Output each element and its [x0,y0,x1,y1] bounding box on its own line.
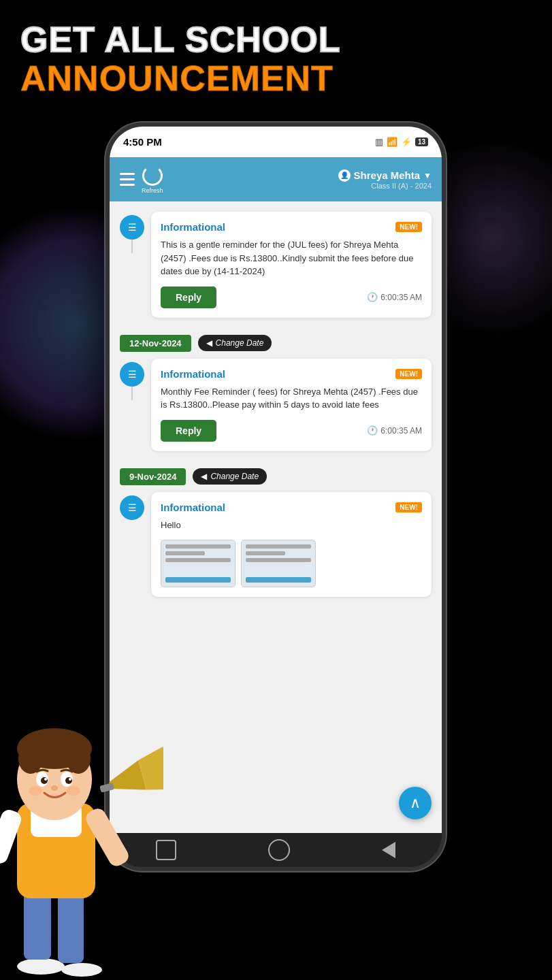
user-avatar-icon: 👤 [338,169,351,182]
time-value-1: 6:00:35 AM [380,293,422,302]
character-figure [0,653,163,980]
card-type-3: Informational [161,502,225,513]
class-info-label: Class II (A) - 2024 [371,182,432,190]
reply-button-1[interactable]: Reply [161,287,216,308]
svg-point-14 [41,777,48,784]
svg-point-10 [18,744,43,774]
battery-icon: 13 [415,137,428,146]
thumbnail-2 [241,540,316,587]
message-content-2: Informational NEW! Monthly Fee Reminder … [151,359,432,461]
timeline-dot-2: ☰ [120,362,144,387]
card-body-1: This is a gentle reminder for the (JUL f… [161,238,422,278]
svg-rect-2 [24,892,51,960]
svg-point-17 [69,778,71,781]
card-header-3: Informational NEW! [161,502,422,513]
date-separator-2: 12-Nov-2024 Change Date [120,335,432,352]
header-right-group: 👤 Shreya Mehta ▼ Class II (A) - 2024 [338,169,432,190]
status-bar: 4:50 PM ▥ 📶 ⚡ 13 [110,127,442,157]
card-body-2: Monthly Fee Reminder ( fees) for Shreya … [161,385,422,412]
dropdown-arrow-icon: ▼ [423,171,432,180]
date-badge-3: 9-Nov-2024 [120,468,186,485]
refresh-icon [142,165,163,186]
timeline-dot-3: ☰ [120,495,144,520]
clock-icon-2: 🕐 [367,425,378,436]
hamburger-menu-button[interactable] [120,173,135,186]
thumbnail-row [161,540,422,587]
message-card-3: Informational NEW! Hello [151,492,432,598]
timestamp-2: 🕐 6:00:35 AM [367,425,422,436]
status-icons: ▥ 📶 ⚡ 13 [375,137,428,147]
svg-point-19 [29,786,42,796]
message-dot-icon-2: ☰ [128,369,137,380]
svg-point-16 [44,778,47,781]
change-date-button-2[interactable]: Change Date [198,335,272,351]
header-line1: GET ALL SCHOOL [20,20,532,59]
svg-rect-3 [58,892,84,963]
header-line2: ANNOUNCEMENT [20,59,532,98]
date-separator-3: 9-Nov-2024 Change Date [120,468,432,485]
thumbnail-1 [161,540,236,587]
svg-point-1 [61,963,102,977]
card-footer-1: Reply 🕐 6:00:35 AM [161,287,422,308]
scroll-up-icon: ∧ [410,796,421,811]
card-type-1: Informational [161,221,225,233]
card-header-1: Informational NEW! [161,221,422,233]
svg-point-11 [66,744,91,774]
refresh-label: Refresh [142,187,163,194]
nav-back-button[interactable] [382,842,395,858]
message-dot-icon-1: ☰ [128,222,137,233]
wifi-bars-icon: ⚡ [401,137,412,147]
page-header: GET ALL SCHOOL ANNOUNCEMENT [20,20,532,98]
header-left-group: Refresh [120,165,163,194]
card-body-3: Hello [161,519,422,532]
clock-icon-1: 🕐 [367,292,378,302]
user-name-label: Shreya Mehta [354,169,421,181]
message-dot-icon-3: ☰ [128,502,137,513]
message-content-3: Informational NEW! Hello [151,492,432,608]
card-type-2: Informational [161,368,225,380]
timeline-col-2: ☰ [120,359,144,400]
signal-icon: ▥ [375,137,383,147]
wifi-icon: 📶 [387,137,397,147]
message-row-2: ☰ Informational NEW! Monthly Fee Reminde… [120,359,432,461]
message-row-3: ☰ Informational NEW! Hello [120,492,432,608]
svg-point-18 [51,785,58,791]
timeline-col-3: ☰ [120,492,144,520]
reply-button-2[interactable]: Reply [161,420,216,442]
message-content-1: Informational NEW! This is a gentle remi… [151,212,432,328]
svg-rect-21 [99,783,114,793]
nav-home-button[interactable] [268,839,290,861]
svg-point-0 [17,958,65,975]
timeline-line-1 [131,240,133,253]
svg-point-15 [65,777,72,784]
svg-point-20 [67,786,80,796]
change-date-button-3[interactable]: Change Date [193,468,267,485]
message-card-1: Informational NEW! This is a gentle remi… [151,212,432,318]
card-header-2: Informational NEW! [161,368,422,380]
app-header: Refresh 👤 Shreya Mehta ▼ Class II (A) - … [110,157,442,201]
timeline-line-2 [131,387,133,400]
status-time: 4:50 PM [123,136,162,148]
time-value-2: 6:00:35 AM [380,426,422,436]
message-row-1: ☰ Informational NEW! This is a gentle re… [120,212,432,328]
message-card-2: Informational NEW! Monthly Fee Reminder … [151,359,432,451]
scroll-up-button[interactable]: ∧ [399,787,432,819]
new-badge-3: NEW! [395,502,422,512]
timeline-col-1: ☰ [120,212,144,253]
card-footer-2: Reply 🕐 6:00:35 AM [161,420,422,442]
refresh-button[interactable]: Refresh [142,165,163,194]
new-badge-1: NEW! [395,222,422,232]
user-name-row[interactable]: 👤 Shreya Mehta ▼ [338,169,432,182]
timestamp-1: 🕐 6:00:35 AM [367,292,422,302]
date-badge-2: 12-Nov-2024 [120,335,191,352]
new-badge-2: NEW! [395,369,422,379]
timeline-dot-1: ☰ [120,215,144,240]
first-message-container: ☰ Informational NEW! This is a gentle re… [120,212,432,328]
